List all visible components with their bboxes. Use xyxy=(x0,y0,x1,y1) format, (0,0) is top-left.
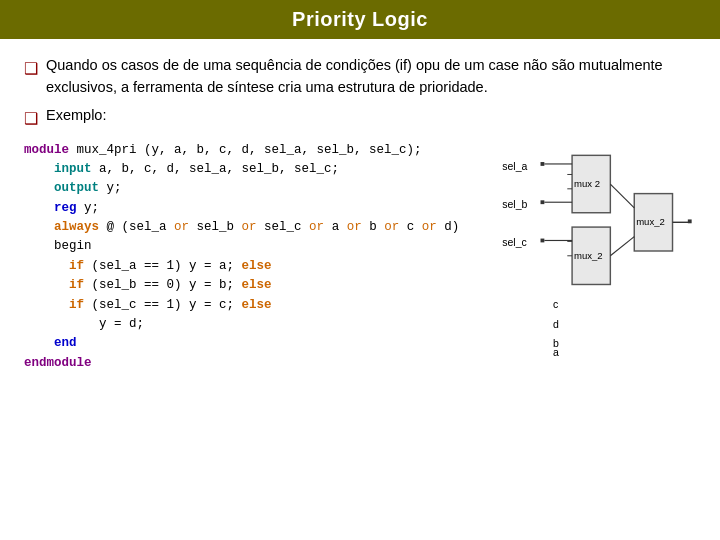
code-line-4: reg y; xyxy=(24,199,486,218)
svg-rect-1 xyxy=(541,200,545,204)
code-line-10: y = d; xyxy=(24,315,486,334)
code-line-7: if (sel_a == 1) y = a; else xyxy=(24,257,486,276)
bullet-icon-1: ❑ xyxy=(24,57,38,81)
diagram: sel_a sel_b sel_c d c b a xyxy=(496,141,696,531)
code-line-1: module mux_4pri (y, a, b, c, d, sel_a, s… xyxy=(24,141,486,160)
slide-title: Priority Logic xyxy=(292,8,428,30)
bullet-1: ❑ Quando os casos de de uma sequência de… xyxy=(24,55,696,99)
wire-mux1-mux3 xyxy=(610,184,634,208)
code-line-11: end xyxy=(24,334,486,353)
mux-1-label: mux 2 xyxy=(574,177,600,188)
content-area: ❑ Quando os casos de de uma sequência de… xyxy=(0,39,720,540)
title-bar: Priority Logic xyxy=(0,0,720,39)
code-block: module mux_4pri (y, a, b, c, d, sel_a, s… xyxy=(24,141,486,531)
code-line-8: if (sel_b == 0) y = b; else xyxy=(24,276,486,295)
slide: Priority Logic ❑ Quando os casos de de u… xyxy=(0,0,720,540)
label-sel-b: sel_b xyxy=(502,197,527,209)
wire-mux2-mux3 xyxy=(610,236,634,255)
code-line-12: endmodule xyxy=(24,354,486,373)
bullet-icon-2: ❑ xyxy=(24,107,38,131)
mux-2-label: mux_2 xyxy=(574,249,603,260)
label-a: a xyxy=(553,346,559,358)
label-sel-a: sel_a xyxy=(502,159,527,171)
bullet-2: ❑ Exemplo: xyxy=(24,105,696,131)
code-and-diagram: module mux_4pri (y, a, b, c, d, sel_a, s… xyxy=(24,141,696,531)
code-line-2: input a, b, c, d, sel_a, sel_b, sel_c; xyxy=(24,160,486,179)
code-line-3: output y; xyxy=(24,179,486,198)
svg-rect-0 xyxy=(541,162,545,166)
code-line-5: always @ (sel_a or sel_b or sel_c or a o… xyxy=(24,218,486,237)
output-dot xyxy=(688,219,692,223)
bullet-text-2: Exemplo: xyxy=(46,105,696,127)
code-line-6: begin xyxy=(24,237,486,256)
label-sel-c: sel_c xyxy=(502,236,527,248)
code-line-9: if (sel_c == 1) y = c; else xyxy=(24,296,486,315)
diagram-svg: sel_a sel_b sel_c d c b a xyxy=(496,141,696,361)
label-c: c xyxy=(553,298,558,310)
bullet-text-1: Quando os casos de de uma sequência de c… xyxy=(46,55,696,99)
label-d: d xyxy=(553,317,559,329)
svg-rect-2 xyxy=(541,238,545,242)
mux-3-label: mux_2 xyxy=(636,216,665,227)
